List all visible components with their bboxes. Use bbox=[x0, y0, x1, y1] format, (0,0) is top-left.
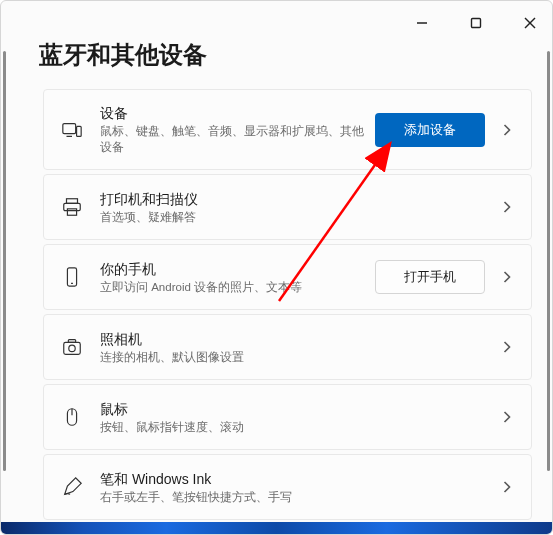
chevron-right-icon bbox=[499, 479, 515, 495]
printer-icon bbox=[58, 193, 86, 221]
card-mouse[interactable]: 鼠标 按钮、鼠标指针速度、滚动 bbox=[43, 384, 532, 450]
card-text: 笔和 Windows Ink 右手或左手、笔按钮快捷方式、手写 bbox=[100, 470, 485, 505]
card-title: 你的手机 bbox=[100, 260, 365, 278]
scrollbar-hint-left bbox=[3, 51, 6, 471]
card-printers[interactable]: 打印机和扫描仪 首选项、疑难解答 bbox=[43, 174, 532, 240]
minimize-icon bbox=[416, 17, 428, 29]
card-title: 鼠标 bbox=[100, 400, 485, 418]
card-camera[interactable]: 照相机 连接的相机、默认图像设置 bbox=[43, 314, 532, 380]
card-action: 打开手机 bbox=[375, 260, 485, 294]
svg-rect-5 bbox=[77, 126, 82, 136]
content: 设备 鼠标、键盘、触笔、音频、显示器和扩展坞、其他设备 添加设备 打印机和扫描仪… bbox=[1, 89, 552, 520]
phone-icon bbox=[58, 263, 86, 291]
svg-rect-12 bbox=[64, 343, 81, 355]
pen-icon bbox=[58, 473, 86, 501]
chevron-right-icon bbox=[499, 409, 515, 425]
chevron-right-icon bbox=[499, 199, 515, 215]
svg-rect-8 bbox=[64, 204, 81, 211]
card-subtitle: 立即访问 Android 设备的照片、文本等 bbox=[100, 279, 365, 295]
maximize-icon bbox=[470, 17, 482, 29]
svg-rect-14 bbox=[68, 340, 75, 343]
taskbar-strip bbox=[1, 522, 552, 534]
settings-window: 蓝牙和其他设备 设备 鼠标、键盘、触笔、音频、显示器和扩展坞、其他设备 添加设备 bbox=[0, 0, 553, 535]
close-icon bbox=[524, 17, 536, 29]
svg-point-13 bbox=[69, 346, 75, 352]
card-title: 打印机和扫描仪 bbox=[100, 190, 485, 208]
card-title: 笔和 Windows Ink bbox=[100, 470, 485, 488]
open-phone-button[interactable]: 打开手机 bbox=[375, 260, 485, 294]
card-pen[interactable]: 笔和 Windows Ink 右手或左手、笔按钮快捷方式、手写 bbox=[43, 454, 532, 520]
chevron-right-icon bbox=[499, 122, 515, 138]
card-text: 鼠标 按钮、鼠标指针速度、滚动 bbox=[100, 400, 485, 435]
card-title: 设备 bbox=[100, 104, 365, 122]
add-device-button[interactable]: 添加设备 bbox=[375, 113, 485, 147]
minimize-button[interactable] bbox=[406, 9, 438, 37]
chevron-right-icon bbox=[499, 339, 515, 355]
card-subtitle: 右手或左手、笔按钮快捷方式、手写 bbox=[100, 489, 485, 505]
page-title: 蓝牙和其他设备 bbox=[1, 39, 552, 89]
devices-icon bbox=[58, 116, 86, 144]
svg-rect-1 bbox=[472, 19, 481, 28]
card-title: 照相机 bbox=[100, 330, 485, 348]
maximize-button[interactable] bbox=[460, 9, 492, 37]
scrollbar-hint-right bbox=[547, 51, 550, 471]
card-subtitle: 连接的相机、默认图像设置 bbox=[100, 349, 485, 365]
svg-rect-7 bbox=[67, 199, 78, 204]
mouse-icon bbox=[58, 403, 86, 431]
card-action: 添加设备 bbox=[375, 113, 485, 147]
card-subtitle: 按钮、鼠标指针速度、滚动 bbox=[100, 419, 485, 435]
chevron-right-icon bbox=[499, 269, 515, 285]
close-button[interactable] bbox=[514, 9, 546, 37]
card-text: 照相机 连接的相机、默认图像设置 bbox=[100, 330, 485, 365]
card-text: 你的手机 立即访问 Android 设备的照片、文本等 bbox=[100, 260, 365, 295]
card-phone[interactable]: 你的手机 立即访问 Android 设备的照片、文本等 打开手机 bbox=[43, 244, 532, 310]
svg-rect-4 bbox=[63, 123, 76, 133]
card-text: 打印机和扫描仪 首选项、疑难解答 bbox=[100, 190, 485, 225]
card-text: 设备 鼠标、键盘、触笔、音频、显示器和扩展坞、其他设备 bbox=[100, 104, 365, 155]
card-subtitle: 首选项、疑难解答 bbox=[100, 209, 485, 225]
camera-icon bbox=[58, 333, 86, 361]
card-subtitle: 鼠标、键盘、触笔、音频、显示器和扩展坞、其他设备 bbox=[100, 123, 365, 155]
svg-rect-9 bbox=[67, 209, 76, 215]
card-devices[interactable]: 设备 鼠标、键盘、触笔、音频、显示器和扩展坞、其他设备 添加设备 bbox=[43, 89, 532, 170]
